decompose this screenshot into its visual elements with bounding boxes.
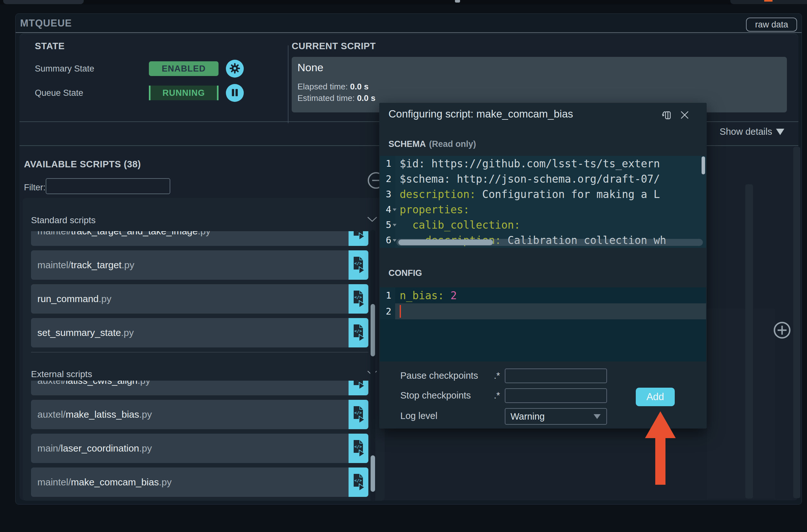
launch-script-icon[interactable]: </> [349, 434, 368, 463]
svg-text:</>: </> [354, 478, 362, 483]
page-title: MTQUEUE [20, 18, 72, 29]
svg-text:</>: </> [354, 261, 362, 266]
expand-queue-button[interactable] [772, 321, 792, 341]
log-level-row: Log level [400, 411, 500, 421]
header-divider [16, 32, 802, 33]
line-number: 2 [380, 303, 395, 319]
script-list-item[interactable]: maintel/track_target_and_take_image.py <… [31, 231, 368, 246]
plus-circle-icon [772, 335, 792, 341]
stop-checkpoints-label: Stop checkpoints [400, 390, 471, 401]
stop-checkpoints-row: Stop checkpoints .* [400, 390, 500, 401]
queue-subpanel [707, 309, 775, 499]
code-line: 2 $schema: http://json-schema.org/draft-… [380, 171, 706, 187]
launch-script-icon[interactable]: </> [349, 318, 368, 347]
launch-script-icon[interactable]: </> [349, 250, 368, 280]
elapsed-time-value: 0.0 s [350, 82, 369, 91]
pause-checkpoints-row: Pause checkpoints .* [400, 370, 500, 381]
line-number: 1 [380, 287, 395, 303]
queue-scrollbar-track[interactable] [745, 184, 753, 498]
svg-text:</>: </> [354, 328, 362, 334]
pause-icon [229, 87, 240, 99]
dialog-title: Configuring script: make_comcam_bias [389, 108, 573, 120]
schema-vscrollbar-thumb[interactable] [701, 156, 705, 174]
pause-queue-button[interactable] [226, 84, 244, 102]
queue-state-badge: RUNNING [149, 86, 219, 100]
svg-text:</>: </> [354, 444, 362, 449]
close-icon[interactable] [679, 109, 690, 121]
summary-state-badge: ENABLED [149, 61, 219, 76]
code-line: 2 [380, 303, 706, 319]
launch-script-icon[interactable]: </> [349, 468, 368, 497]
fold-caret-icon[interactable] [393, 239, 396, 242]
stop-checkpoints-input[interactable] [505, 388, 607, 403]
estimated-time-value: 0.0 s [357, 93, 375, 103]
section-vertical-divider [288, 45, 288, 123]
state-section-title: STATE [35, 41, 64, 52]
annotation-arrow [642, 411, 678, 487]
top-bar-remnant [0, 0, 807, 4]
svg-text:</>: </> [354, 381, 362, 381]
standard-scripts-scrollbar-thumb[interactable] [371, 304, 375, 356]
show-details-toggle[interactable]: Show details [720, 127, 784, 137]
queue-state-label: Queue State [35, 88, 83, 98]
pause-checkpoints-input[interactable] [505, 368, 607, 383]
filter-label: Filter: [24, 183, 46, 193]
external-scripts-scrollbar-thumb[interactable] [371, 455, 375, 492]
mtqueue-page: MTQUEUE raw data STATE Summary State ENA… [0, 0, 807, 532]
launch-script-icon[interactable]: </> [349, 284, 368, 314]
script-list-item[interactable]: auxtel/make_latiss_bias.py </> [31, 400, 368, 429]
select-caret-icon [594, 414, 601, 419]
stop-checkpoints-suffix: .* [494, 390, 500, 401]
script-list-item[interactable]: main/laser_coordination.py </> [31, 434, 368, 463]
notification-dot-remnant [764, 0, 772, 2]
configure-script-dialog: Configuring script: make_comcam_bias SCH… [379, 103, 707, 429]
gear-icon [229, 62, 241, 75]
log-level-label: Log level [400, 411, 437, 421]
add-button[interactable]: Add [636, 388, 675, 406]
standard-scripts-chevron-icon[interactable] [367, 216, 377, 224]
pause-checkpoints-suffix: .* [494, 370, 500, 381]
standard-scripts-list: maintel/track_target_and_take_image.py <… [31, 231, 368, 350]
estimated-time: Estimated time: 0.0 s [297, 93, 375, 103]
script-list-item[interactable]: run_command.py </> [31, 284, 368, 314]
line-number: 1 [380, 156, 395, 171]
log-level-select[interactable]: Warning [505, 408, 607, 425]
browser-tab-remnant [3, 0, 84, 4]
schema-label: SCHEMA(Read only) [389, 139, 476, 149]
schema-editor[interactable]: 1 $id: https://github.com/lsst-ts/ts_ext… [380, 156, 706, 248]
schema-hscrollbar-thumb[interactable] [398, 240, 493, 245]
config-label: CONFIG [389, 268, 422, 278]
launch-script-icon[interactable]: </> [349, 400, 368, 429]
fold-caret-icon[interactable] [393, 224, 396, 226]
queue-panel-scrollbar-track[interactable] [793, 147, 800, 498]
svg-text:</>: </> [354, 295, 362, 300]
external-scripts-header[interactable]: External scripts [31, 369, 92, 379]
script-list-item[interactable]: auxtel/latiss_cwfs_align.py </> [31, 381, 368, 395]
code-line: 1 $id: https://github.com/lsst-ts/ts_ext… [380, 156, 706, 171]
launch-script-icon[interactable]: </> [349, 231, 368, 246]
code-line: 3 description: Configuration for making … [380, 187, 706, 202]
elapsed-time: Elapsed time: 0.0 s [297, 82, 369, 92]
schema-hscrollbar-track [396, 239, 703, 246]
fold-caret-icon[interactable] [393, 209, 396, 211]
current-script-name: None [297, 61, 323, 74]
config-editor[interactable]: 1 n_bias: 2 2 [380, 287, 706, 361]
copy-config-icon[interactable] [660, 109, 673, 121]
current-script-section-title: CURRENT SCRIPT [292, 41, 376, 52]
available-scripts-title: AVAILABLE SCRIPTS (38) [24, 159, 141, 170]
log-level-value: Warning [510, 411, 545, 422]
line-number: 3 [380, 187, 395, 202]
text-cursor [400, 305, 401, 318]
standard-scripts-header[interactable]: Standard scripts [31, 215, 95, 225]
group-divider [31, 352, 368, 353]
code-line: 1 n_bias: 2 [380, 287, 706, 303]
state-settings-button[interactable] [226, 60, 244, 78]
script-list-item[interactable]: maintel/track_target.py </> [31, 250, 368, 280]
external-scripts-list: auxtel/latiss_cwfs_align.py </> auxtel/m… [31, 381, 368, 500]
script-list-item[interactable]: set_summary_state.py </> [31, 318, 368, 347]
script-list-item[interactable]: maintel/make_comcam_bias.py </> [31, 468, 368, 497]
filter-input[interactable] [46, 178, 170, 194]
line-number: 2 [380, 171, 395, 187]
launch-script-icon[interactable]: </> [349, 381, 368, 395]
raw-data-button[interactable]: raw data [746, 18, 797, 32]
